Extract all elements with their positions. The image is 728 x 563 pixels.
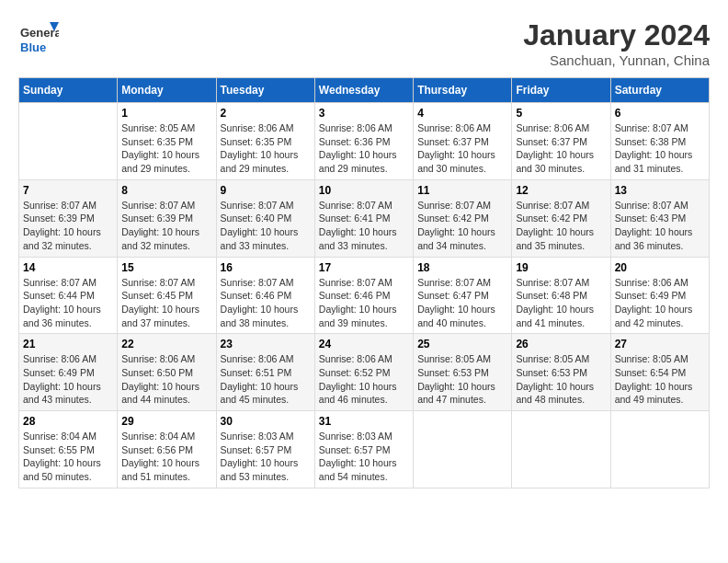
day-info: Sunrise: 8:05 AM Sunset: 6:53 PM Dayligh… <box>516 352 606 407</box>
calendar-cell: 6Sunrise: 8:07 AM Sunset: 6:38 PM Daylig… <box>610 103 709 180</box>
calendar-cell: 27Sunrise: 8:05 AM Sunset: 6:54 PM Dayli… <box>610 334 709 411</box>
title-block: January 2024 Sanchuan, Yunnan, China <box>523 18 710 68</box>
day-number: 30 <box>221 415 311 428</box>
calendar-cell <box>414 411 512 488</box>
day-info: Sunrise: 8:07 AM Sunset: 6:41 PM Dayligh… <box>319 199 409 253</box>
day-info: Sunrise: 8:07 AM Sunset: 6:42 PM Dayligh… <box>417 199 507 253</box>
day-number: 28 <box>23 415 113 428</box>
day-number: 23 <box>221 338 311 350</box>
day-number: 20 <box>615 261 705 274</box>
weekday-header: Saturday <box>610 78 709 103</box>
day-number: 3 <box>319 107 409 120</box>
day-info: Sunrise: 8:07 AM Sunset: 6:39 PM Dayligh… <box>23 199 113 253</box>
calendar-cell: 16Sunrise: 8:07 AM Sunset: 6:46 PM Dayli… <box>216 257 314 334</box>
day-info: Sunrise: 8:06 AM Sunset: 6:49 PM Dayligh… <box>23 352 113 407</box>
calendar-cell: 13Sunrise: 8:07 AM Sunset: 6:43 PM Dayli… <box>610 179 709 257</box>
calendar-cell: 1Sunrise: 8:05 AM Sunset: 6:35 PM Daylig… <box>118 103 216 180</box>
weekday-header: Friday <box>512 78 610 103</box>
calendar-cell: 25Sunrise: 8:05 AM Sunset: 6:53 PM Dayli… <box>414 334 512 411</box>
day-info: Sunrise: 8:06 AM Sunset: 6:35 PM Dayligh… <box>221 121 311 176</box>
day-number: 11 <box>417 184 507 197</box>
day-info: Sunrise: 8:06 AM Sunset: 6:36 PM Dayligh… <box>319 121 409 176</box>
day-number: 7 <box>23 184 113 197</box>
day-info: Sunrise: 8:07 AM Sunset: 6:45 PM Dayligh… <box>121 276 211 330</box>
calendar-cell: 18Sunrise: 8:07 AM Sunset: 6:47 PM Dayli… <box>414 257 512 334</box>
calendar-table: SundayMondayTuesdayWednesdayThursdayFrid… <box>18 77 710 488</box>
calendar-cell: 20Sunrise: 8:06 AM Sunset: 6:49 PM Dayli… <box>610 257 709 334</box>
day-info: Sunrise: 8:07 AM Sunset: 6:46 PM Dayligh… <box>221 276 311 330</box>
day-number: 19 <box>516 261 606 274</box>
day-info: Sunrise: 8:06 AM Sunset: 6:52 PM Dayligh… <box>319 352 409 407</box>
svg-text:Blue: Blue <box>20 40 46 54</box>
day-number: 25 <box>417 338 507 350</box>
day-info: Sunrise: 8:07 AM Sunset: 6:42 PM Dayligh… <box>516 199 606 253</box>
day-number: 8 <box>121 184 211 197</box>
day-number: 12 <box>516 184 606 197</box>
calendar-cell: 10Sunrise: 8:07 AM Sunset: 6:41 PM Dayli… <box>314 179 413 257</box>
weekday-header: Tuesday <box>216 78 314 103</box>
weekday-header: Thursday <box>414 78 512 103</box>
calendar-cell: 12Sunrise: 8:07 AM Sunset: 6:42 PM Dayli… <box>512 179 610 257</box>
day-info: Sunrise: 8:06 AM Sunset: 6:37 PM Dayligh… <box>516 121 606 176</box>
logo: General Blue <box>18 18 59 59</box>
day-info: Sunrise: 8:07 AM Sunset: 6:40 PM Dayligh… <box>221 199 311 253</box>
calendar-cell: 23Sunrise: 8:06 AM Sunset: 6:51 PM Dayli… <box>216 334 314 411</box>
day-info: Sunrise: 8:05 AM Sunset: 6:53 PM Dayligh… <box>417 352 507 407</box>
day-info: Sunrise: 8:07 AM Sunset: 6:44 PM Dayligh… <box>23 276 113 330</box>
day-info: Sunrise: 8:04 AM Sunset: 6:55 PM Dayligh… <box>23 430 113 484</box>
day-info: Sunrise: 8:07 AM Sunset: 6:48 PM Dayligh… <box>516 276 606 330</box>
calendar-cell: 29Sunrise: 8:04 AM Sunset: 6:56 PM Dayli… <box>118 411 216 488</box>
day-info: Sunrise: 8:07 AM Sunset: 6:43 PM Dayligh… <box>615 199 705 253</box>
calendar-cell: 30Sunrise: 8:03 AM Sunset: 6:57 PM Dayli… <box>216 411 314 488</box>
calendar-cell: 11Sunrise: 8:07 AM Sunset: 6:42 PM Dayli… <box>414 179 512 257</box>
day-info: Sunrise: 8:06 AM Sunset: 6:50 PM Dayligh… <box>121 352 211 407</box>
day-number: 17 <box>319 261 409 274</box>
calendar-cell: 3Sunrise: 8:06 AM Sunset: 6:36 PM Daylig… <box>314 103 413 180</box>
day-info: Sunrise: 8:07 AM Sunset: 6:38 PM Dayligh… <box>615 121 705 176</box>
day-number: 22 <box>121 338 211 350</box>
day-info: Sunrise: 8:07 AM Sunset: 6:47 PM Dayligh… <box>417 276 507 330</box>
day-number: 1 <box>121 107 211 120</box>
day-info: Sunrise: 8:07 AM Sunset: 6:46 PM Dayligh… <box>319 276 409 330</box>
day-number: 29 <box>121 415 211 428</box>
day-info: Sunrise: 8:06 AM Sunset: 6:49 PM Dayligh… <box>615 276 705 330</box>
day-number: 15 <box>121 261 211 274</box>
day-number: 4 <box>417 107 507 120</box>
calendar-cell: 26Sunrise: 8:05 AM Sunset: 6:53 PM Dayli… <box>512 334 610 411</box>
day-info: Sunrise: 8:07 AM Sunset: 6:39 PM Dayligh… <box>121 199 211 253</box>
calendar-cell: 21Sunrise: 8:06 AM Sunset: 6:49 PM Dayli… <box>19 334 118 411</box>
day-number: 21 <box>23 338 113 350</box>
calendar-cell: 22Sunrise: 8:06 AM Sunset: 6:50 PM Dayli… <box>118 334 216 411</box>
calendar-cell: 19Sunrise: 8:07 AM Sunset: 6:48 PM Dayli… <box>512 257 610 334</box>
location-subtitle: Sanchuan, Yunnan, China <box>523 52 710 68</box>
calendar-cell: 7Sunrise: 8:07 AM Sunset: 6:39 PM Daylig… <box>19 179 118 257</box>
day-number: 24 <box>319 338 409 350</box>
day-info: Sunrise: 8:04 AM Sunset: 6:56 PM Dayligh… <box>121 430 211 484</box>
page-header: General Blue January 2024 Sanchuan, Yunn… <box>18 18 710 68</box>
day-info: Sunrise: 8:05 AM Sunset: 6:54 PM Dayligh… <box>615 352 705 407</box>
day-number: 2 <box>221 107 311 120</box>
calendar-cell: 5Sunrise: 8:06 AM Sunset: 6:37 PM Daylig… <box>512 103 610 180</box>
day-number: 6 <box>615 107 705 120</box>
day-number: 31 <box>319 415 409 428</box>
day-number: 10 <box>319 184 409 197</box>
logo-svg: General Blue <box>18 18 59 59</box>
calendar-cell: 4Sunrise: 8:06 AM Sunset: 6:37 PM Daylig… <box>414 103 512 180</box>
calendar-cell: 28Sunrise: 8:04 AM Sunset: 6:55 PM Dayli… <box>19 411 118 488</box>
day-info: Sunrise: 8:05 AM Sunset: 6:35 PM Dayligh… <box>121 121 211 176</box>
day-info: Sunrise: 8:03 AM Sunset: 6:57 PM Dayligh… <box>319 430 409 484</box>
day-number: 16 <box>221 261 311 274</box>
calendar-cell: 17Sunrise: 8:07 AM Sunset: 6:46 PM Dayli… <box>314 257 413 334</box>
day-info: Sunrise: 8:03 AM Sunset: 6:57 PM Dayligh… <box>221 430 311 484</box>
calendar-cell: 24Sunrise: 8:06 AM Sunset: 6:52 PM Dayli… <box>314 334 413 411</box>
calendar-cell: 9Sunrise: 8:07 AM Sunset: 6:40 PM Daylig… <box>216 179 314 257</box>
day-number: 27 <box>615 338 705 350</box>
calendar-cell: 2Sunrise: 8:06 AM Sunset: 6:35 PM Daylig… <box>216 103 314 180</box>
calendar-cell: 8Sunrise: 8:07 AM Sunset: 6:39 PM Daylig… <box>118 179 216 257</box>
weekday-header: Wednesday <box>314 78 413 103</box>
day-number: 13 <box>615 184 705 197</box>
calendar-cell: 31Sunrise: 8:03 AM Sunset: 6:57 PM Dayli… <box>314 411 413 488</box>
day-number: 18 <box>417 261 507 274</box>
calendar-cell: 15Sunrise: 8:07 AM Sunset: 6:45 PM Dayli… <box>118 257 216 334</box>
month-title: January 2024 <box>523 18 710 52</box>
